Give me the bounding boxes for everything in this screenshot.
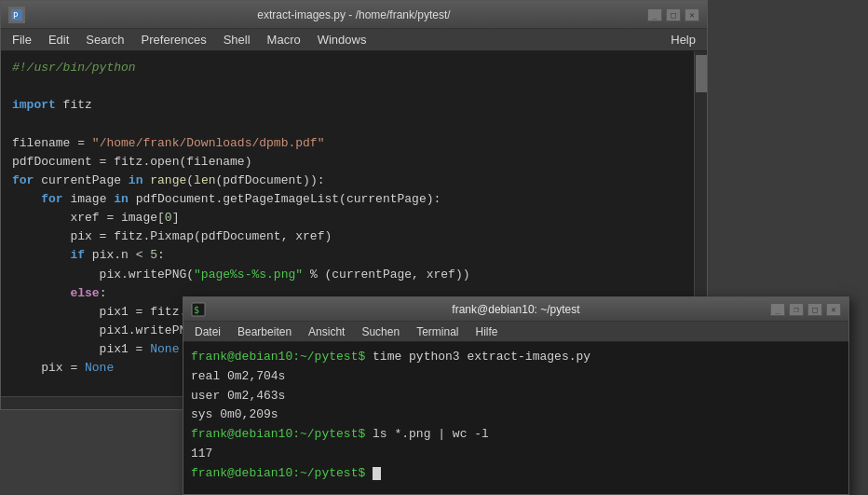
scrollbar-thumb: [696, 55, 707, 92]
terminal-restore-button[interactable]: ❐: [789, 303, 804, 316]
terminal-output-user: user 0m2,463s: [191, 387, 841, 406]
terminal-titlebar: $ frank@debian10: ~/pytest _ ❐ □ ✕: [183, 297, 848, 322]
svg-text:$: $: [194, 305, 199, 315]
terminal-prompt-line: frank@debian10:~/pytest$: [191, 464, 841, 484]
terminal-line-2: frank@debian10:~/pytest$ ls *.png | wc -…: [191, 425, 841, 445]
terminal-title: frank@debian10: ~/pytest: [452, 303, 579, 316]
terminal-minimize-button[interactable]: _: [770, 303, 785, 316]
prompt-2: frank@debian10:~/pytest$: [191, 427, 365, 441]
close-button[interactable]: ✕: [685, 8, 699, 21]
menu-help[interactable]: Help: [663, 31, 703, 48]
terminal-content[interactable]: frank@debian10:~/pytest$ time python3 ex…: [183, 342, 848, 494]
terminal-window: $ frank@debian10: ~/pytest _ ❐ □ ✕ Datei…: [183, 296, 849, 495]
editor-titlebar: P extract-images.py - /home/frank/pytest…: [1, 1, 707, 29]
prompt-3: frank@debian10:~/pytest$: [191, 466, 365, 480]
terminal-window-controls: _ ❐ □ ✕: [770, 303, 841, 316]
terminal-output-count: 117: [191, 445, 841, 464]
terminal-menu-bearbeiten[interactable]: Bearbeiten: [230, 324, 299, 339]
terminal-menu-datei[interactable]: Datei: [187, 324, 228, 339]
terminal-menubar: Datei Bearbeiten Ansicht Suchen Terminal…: [183, 322, 848, 342]
svg-text:P: P: [13, 11, 19, 21]
terminal-menu-hilfe[interactable]: Hilfe: [468, 324, 505, 339]
command-2: ls *.png | wc -l: [373, 427, 489, 441]
terminal-output-real: real 0m2,704s: [191, 367, 841, 387]
menu-macro[interactable]: Macro: [260, 31, 308, 48]
terminal-icon: $: [191, 302, 206, 317]
terminal-close-button[interactable]: ✕: [826, 303, 841, 316]
editor-title: extract-images.py - /home/frank/pytest/: [257, 8, 450, 21]
menu-shell[interactable]: Shell: [216, 31, 258, 48]
titlebar-left: P: [8, 7, 25, 23]
editor-menubar: File Edit Search Preferences Shell Macro…: [1, 29, 707, 51]
menu-edit[interactable]: Edit: [41, 31, 76, 48]
maximize-button[interactable]: □: [666, 8, 681, 21]
menu-windows[interactable]: Windows: [310, 31, 374, 48]
cursor: [373, 467, 381, 480]
terminal-maximize-button[interactable]: □: [807, 303, 822, 316]
terminal-output-sys: sys 0m0,209s: [191, 406, 841, 425]
menu-search[interactable]: Search: [78, 31, 131, 48]
terminal-line-1: frank@debian10:~/pytest$ time python3 ex…: [191, 348, 841, 367]
command-1: time python3 extract-images.py: [373, 350, 590, 364]
terminal-menu-terminal[interactable]: Terminal: [409, 324, 466, 339]
editor-icon: P: [8, 7, 25, 23]
editor-window-controls: _ □ ✕: [647, 8, 699, 21]
terminal-menu-suchen[interactable]: Suchen: [354, 324, 407, 339]
menu-preferences[interactable]: Preferences: [134, 31, 214, 48]
prompt-1: frank@debian10:~/pytest$: [191, 350, 365, 364]
menu-file[interactable]: File: [5, 31, 39, 48]
minimize-button[interactable]: _: [647, 8, 662, 21]
terminal-menu-ansicht[interactable]: Ansicht: [301, 324, 352, 339]
